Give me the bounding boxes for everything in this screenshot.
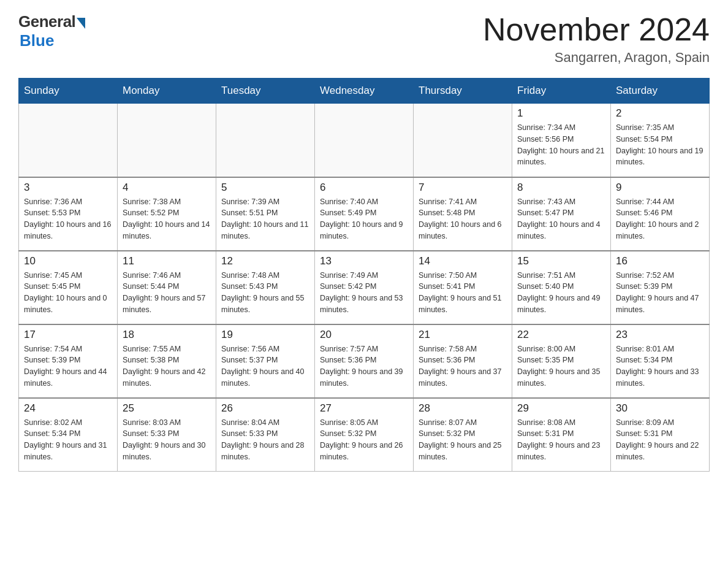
- day-info: Sunrise: 8:05 AMSunset: 5:32 PMDaylight:…: [320, 417, 408, 463]
- day-number: 4: [123, 182, 211, 194]
- calendar-cell: 21Sunrise: 7:58 AMSunset: 5:36 PMDayligh…: [414, 324, 512, 398]
- calendar-cell: [216, 104, 315, 177]
- day-info: Sunrise: 7:50 AMSunset: 5:41 PMDaylight:…: [419, 270, 507, 316]
- day-number: 24: [24, 402, 112, 415]
- day-number: 10: [24, 255, 112, 267]
- day-number: 29: [517, 402, 605, 415]
- day-info: Sunrise: 8:02 AMSunset: 5:34 PMDaylight:…: [24, 417, 112, 463]
- calendar-cell: [19, 104, 118, 177]
- day-number: 20: [320, 329, 408, 341]
- calendar-cell: 2Sunrise: 7:35 AMSunset: 5:54 PMDaylight…: [611, 104, 710, 177]
- day-info: Sunrise: 7:43 AMSunset: 5:47 PMDaylight:…: [517, 196, 605, 242]
- calendar-cell: 8Sunrise: 7:43 AMSunset: 5:47 PMDaylight…: [512, 177, 611, 251]
- day-number: 5: [221, 182, 309, 194]
- calendar-cell: 19Sunrise: 7:56 AMSunset: 5:37 PMDayligh…: [216, 324, 315, 398]
- day-info: Sunrise: 8:03 AMSunset: 5:33 PMDaylight:…: [123, 417, 211, 463]
- day-info: Sunrise: 8:07 AMSunset: 5:32 PMDaylight:…: [419, 417, 507, 463]
- day-number: 3: [24, 182, 112, 194]
- day-number: 23: [616, 329, 704, 341]
- day-info: Sunrise: 7:36 AMSunset: 5:53 PMDaylight:…: [24, 196, 112, 242]
- day-number: 17: [24, 329, 112, 341]
- weekday-header-wednesday: Wednesday: [315, 79, 414, 104]
- location: Sangarren, Aragon, Spain: [483, 50, 710, 66]
- day-number: 11: [123, 255, 211, 267]
- day-number: 14: [419, 255, 507, 267]
- day-info: Sunrise: 7:51 AMSunset: 5:40 PMDaylight:…: [517, 270, 605, 316]
- day-number: 7: [419, 182, 507, 194]
- day-number: 2: [616, 107, 704, 120]
- day-number: 8: [517, 182, 605, 194]
- calendar-cell: 15Sunrise: 7:51 AMSunset: 5:40 PMDayligh…: [512, 251, 611, 324]
- calendar-cell: [414, 104, 512, 177]
- calendar-week-row: 1Sunrise: 7:34 AMSunset: 5:56 PMDaylight…: [19, 104, 710, 177]
- calendar-cell: 14Sunrise: 7:50 AMSunset: 5:41 PMDayligh…: [414, 251, 512, 324]
- day-info: Sunrise: 7:46 AMSunset: 5:44 PMDaylight:…: [123, 270, 211, 316]
- calendar-cell: 10Sunrise: 7:45 AMSunset: 5:45 PMDayligh…: [19, 251, 118, 324]
- calendar-cell: 17Sunrise: 7:54 AMSunset: 5:39 PMDayligh…: [19, 324, 118, 398]
- day-number: 27: [320, 402, 408, 415]
- day-number: 26: [221, 402, 309, 415]
- calendar-cell: 5Sunrise: 7:39 AMSunset: 5:51 PMDaylight…: [216, 177, 315, 251]
- day-info: Sunrise: 7:44 AMSunset: 5:46 PMDaylight:…: [616, 196, 704, 242]
- day-info: Sunrise: 8:01 AMSunset: 5:34 PMDaylight:…: [616, 343, 704, 389]
- day-number: 13: [320, 255, 408, 267]
- day-info: Sunrise: 7:55 AMSunset: 5:38 PMDaylight:…: [123, 343, 211, 389]
- day-info: Sunrise: 7:34 AMSunset: 5:56 PMDaylight:…: [517, 122, 605, 168]
- calendar-table: SundayMondayTuesdayWednesdayThursdayFrid…: [18, 78, 710, 472]
- weekday-header-thursday: Thursday: [414, 79, 512, 104]
- header-right: November 2024 Sangarren, Aragon, Spain: [483, 12, 710, 66]
- day-info: Sunrise: 7:39 AMSunset: 5:51 PMDaylight:…: [221, 196, 309, 242]
- day-info: Sunrise: 7:48 AMSunset: 5:43 PMDaylight:…: [221, 270, 309, 316]
- day-number: 21: [419, 329, 507, 341]
- calendar-cell: 6Sunrise: 7:40 AMSunset: 5:49 PMDaylight…: [315, 177, 414, 251]
- weekday-header-sunday: Sunday: [19, 79, 118, 104]
- day-number: 6: [320, 182, 408, 194]
- day-info: Sunrise: 7:56 AMSunset: 5:37 PMDaylight:…: [221, 343, 309, 389]
- day-info: Sunrise: 7:52 AMSunset: 5:39 PMDaylight:…: [616, 270, 704, 316]
- calendar-cell: 4Sunrise: 7:38 AMSunset: 5:52 PMDaylight…: [118, 177, 216, 251]
- day-info: Sunrise: 7:35 AMSunset: 5:54 PMDaylight:…: [616, 122, 704, 168]
- day-number: 15: [517, 255, 605, 267]
- calendar-cell: 20Sunrise: 7:57 AMSunset: 5:36 PMDayligh…: [315, 324, 414, 398]
- day-number: 22: [517, 329, 605, 341]
- weekday-header-saturday: Saturday: [611, 79, 710, 104]
- calendar-cell: 16Sunrise: 7:52 AMSunset: 5:39 PMDayligh…: [611, 251, 710, 324]
- day-number: 30: [616, 402, 704, 415]
- weekday-header-monday: Monday: [118, 79, 216, 104]
- calendar-cell: 3Sunrise: 7:36 AMSunset: 5:53 PMDaylight…: [19, 177, 118, 251]
- calendar-cell: [315, 104, 414, 177]
- calendar-cell: 18Sunrise: 7:55 AMSunset: 5:38 PMDayligh…: [118, 324, 216, 398]
- day-number: 12: [221, 255, 309, 267]
- calendar-cell: 11Sunrise: 7:46 AMSunset: 5:44 PMDayligh…: [118, 251, 216, 324]
- calendar-cell: 7Sunrise: 7:41 AMSunset: 5:48 PMDaylight…: [414, 177, 512, 251]
- calendar-cell: 29Sunrise: 8:08 AMSunset: 5:31 PMDayligh…: [512, 398, 611, 472]
- calendar-cell: 24Sunrise: 8:02 AMSunset: 5:34 PMDayligh…: [19, 398, 118, 472]
- day-info: Sunrise: 7:49 AMSunset: 5:42 PMDaylight:…: [320, 270, 408, 316]
- calendar-cell: 9Sunrise: 7:44 AMSunset: 5:46 PMDaylight…: [611, 177, 710, 251]
- calendar-cell: 1Sunrise: 7:34 AMSunset: 5:56 PMDaylight…: [512, 104, 611, 177]
- day-info: Sunrise: 7:40 AMSunset: 5:49 PMDaylight:…: [320, 196, 408, 242]
- day-number: 16: [616, 255, 704, 267]
- calendar-week-row: 10Sunrise: 7:45 AMSunset: 5:45 PMDayligh…: [19, 251, 710, 324]
- day-info: Sunrise: 7:41 AMSunset: 5:48 PMDaylight:…: [419, 196, 507, 242]
- logo-blue-text: Blue: [20, 31, 54, 50]
- calendar-cell: 30Sunrise: 8:09 AMSunset: 5:31 PMDayligh…: [611, 398, 710, 472]
- logo: General Blue: [18, 12, 85, 50]
- calendar-cell: 22Sunrise: 8:00 AMSunset: 5:35 PMDayligh…: [512, 324, 611, 398]
- day-number: 1: [517, 107, 605, 120]
- calendar-cell: 27Sunrise: 8:05 AMSunset: 5:32 PMDayligh…: [315, 398, 414, 472]
- calendar-cell: 13Sunrise: 7:49 AMSunset: 5:42 PMDayligh…: [315, 251, 414, 324]
- day-info: Sunrise: 8:04 AMSunset: 5:33 PMDaylight:…: [221, 417, 309, 463]
- day-info: Sunrise: 7:57 AMSunset: 5:36 PMDaylight:…: [320, 343, 408, 389]
- day-info: Sunrise: 7:45 AMSunset: 5:45 PMDaylight:…: [24, 270, 112, 316]
- calendar-week-row: 24Sunrise: 8:02 AMSunset: 5:34 PMDayligh…: [19, 398, 710, 472]
- day-number: 25: [123, 402, 211, 415]
- month-title: November 2024: [483, 12, 710, 47]
- calendar-header-row: SundayMondayTuesdayWednesdayThursdayFrid…: [19, 79, 710, 104]
- calendar-cell: 26Sunrise: 8:04 AMSunset: 5:33 PMDayligh…: [216, 398, 315, 472]
- calendar-cell: 12Sunrise: 7:48 AMSunset: 5:43 PMDayligh…: [216, 251, 315, 324]
- day-info: Sunrise: 7:38 AMSunset: 5:52 PMDaylight:…: [123, 196, 211, 242]
- calendar-cell: [118, 104, 216, 177]
- day-info: Sunrise: 7:58 AMSunset: 5:36 PMDaylight:…: [419, 343, 507, 389]
- logo-general-text: General: [18, 12, 75, 31]
